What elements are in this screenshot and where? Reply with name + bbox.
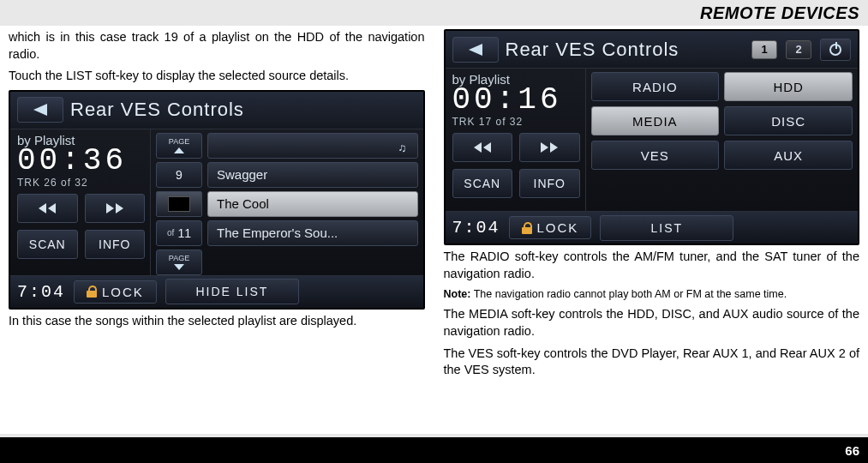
list-row-3: The Cool (156, 191, 418, 217)
hide-list-button[interactable]: HIDE LIST (165, 279, 299, 304)
screenshot-left: Rear VES Controls by Playlist 00:36 TRK … (9, 90, 425, 310)
screenshot-right: Rear VES Controls 1 2 by Playlist 00:16 … (444, 29, 860, 245)
album-art-thumb (156, 191, 202, 217)
forward-button[interactable] (85, 194, 146, 223)
title-icons: 1 2 (751, 39, 851, 61)
lock-label: LOCK (102, 285, 144, 299)
arrow-left-icon (469, 44, 482, 56)
lock-button[interactable]: LOCK (74, 280, 157, 304)
rewind-button[interactable] (17, 194, 78, 223)
list-item[interactable]: The Emperor's Sou... (207, 220, 418, 246)
right-para-1: The RADIO soft-key controls the AM/FM tu… (444, 249, 860, 282)
section-title: REMOTE DEVICES (700, 3, 859, 23)
right-para-3: The VES soft-key controls the DVD Player… (444, 346, 860, 379)
zone-2-button[interactable]: 2 (786, 40, 811, 59)
note-line: Note: The navigation radio cannot play b… (444, 287, 860, 301)
left-para-1: which is in this case track 19 of a play… (9, 29, 425, 63)
track-counter: TRK 17 of 32 (452, 116, 580, 128)
hdd-button[interactable]: HDD (724, 72, 853, 101)
titlebar: Rear VES Controls (10, 92, 423, 129)
bottom-bar: 7:04 LOCK LIST (446, 211, 859, 244)
scan-button[interactable]: SCAN (452, 169, 513, 198)
clock: 7:04 (17, 282, 65, 302)
list-index-of: of11 (156, 220, 202, 246)
list-row-5: PAGE (156, 250, 418, 275)
chevron-up-icon (174, 147, 184, 153)
list-button[interactable]: LIST (600, 215, 733, 241)
screen-title: Rear VES Controls (70, 99, 416, 121)
disc-button[interactable]: DISC (724, 106, 853, 135)
power-icon (829, 44, 841, 56)
zone-1-button[interactable]: 1 (751, 40, 777, 59)
media-button[interactable]: MEDIA (591, 106, 720, 135)
page-label: PAGE (169, 137, 189, 146)
source-menu: RADIO HDD MEDIA DISC VES AUX (586, 69, 859, 211)
rewind-button[interactable] (452, 133, 513, 162)
page-number: 66 (845, 443, 859, 458)
power-button[interactable] (820, 39, 851, 61)
note-label: Note: (444, 288, 471, 300)
left-column: which is in this case track 19 of a play… (9, 29, 425, 434)
page: REMOTE DEVICES which is in this case tra… (0, 0, 868, 463)
content-area: which is in this case track 19 of a play… (0, 26, 868, 434)
back-button[interactable] (452, 37, 499, 63)
forward-button[interactable] (519, 133, 580, 162)
transport-row (17, 194, 145, 223)
lock-label: LOCK (537, 220, 579, 235)
note-text: The navigation radio cannot play both AM… (470, 288, 787, 300)
list-row-4: of11 The Emperor's Sou... (156, 220, 418, 246)
page-up-button[interactable]: PAGE (156, 133, 202, 159)
clock: 7:04 (452, 218, 500, 238)
bottom-bar: 7:04 LOCK HIDE LIST (10, 275, 423, 308)
chevron-down-icon (174, 264, 184, 270)
rewind-icon (474, 142, 491, 153)
elapsed-time: 00:16 (452, 85, 580, 116)
track-counter: TRK 26 of 32 (17, 177, 145, 189)
transport-row (452, 133, 580, 162)
list-item[interactable]: Swagger (207, 162, 418, 188)
lock-icon (522, 222, 532, 234)
info-button[interactable]: INFO (85, 230, 146, 259)
screen-body: by Playlist 00:16 TRK 17 of 32 SCAN INFO (446, 69, 859, 211)
forward-icon (106, 203, 123, 213)
elapsed-time: 00:36 (17, 146, 145, 177)
list-item-selected[interactable]: The Cool (207, 191, 418, 217)
control-row: SCAN INFO (17, 230, 145, 259)
page-down-button[interactable]: PAGE (156, 250, 202, 275)
radio-button[interactable]: RADIO (591, 72, 720, 101)
right-column: Rear VES Controls 1 2 by Playlist 00:16 … (444, 29, 860, 434)
arrow-left-icon (33, 104, 47, 116)
list-pane: PAGE 9 Swagger The Cool of11 (151, 129, 423, 275)
now-playing-pane: by Playlist 00:16 TRK 17 of 32 SCAN INFO (446, 69, 586, 211)
back-button[interactable] (17, 97, 63, 123)
control-row: SCAN INFO (452, 169, 580, 198)
info-button[interactable]: INFO (519, 169, 580, 198)
list-header-cell[interactable] (207, 133, 418, 159)
ves-button[interactable]: VES (591, 141, 720, 170)
rewind-icon (39, 203, 56, 213)
titlebar: Rear VES Controls 1 2 (446, 31, 859, 69)
right-para-2: The MEDIA soft-key controls the HDD, DIS… (444, 306, 860, 340)
now-playing-pane: by Playlist 00:36 TRK 26 of 32 SCAN INFO (10, 129, 151, 275)
footer-bar: 66 (0, 437, 868, 463)
list-index-bottom: 11 (177, 226, 191, 240)
of-label: of (167, 228, 174, 238)
lock-icon (87, 286, 97, 298)
left-para-3: In this case the songs within the select… (9, 313, 425, 330)
lock-button[interactable]: LOCK (509, 216, 592, 239)
forward-icon (541, 142, 558, 153)
page-label: PAGE (169, 254, 189, 262)
header-bar: REMOTE DEVICES (0, 0, 868, 26)
music-note-icon (398, 140, 409, 152)
list-index-top: 9 (156, 162, 202, 188)
aux-button[interactable]: AUX (724, 141, 853, 170)
left-para-2: Touch the LIST soft-key to display the s… (9, 68, 425, 85)
screen-title: Rear VES Controls (506, 39, 745, 61)
list-row-2: 9 Swagger (156, 162, 418, 188)
screen-body: by Playlist 00:36 TRK 26 of 32 SCAN INFO (10, 129, 423, 275)
scan-button[interactable]: SCAN (17, 230, 78, 259)
list-row-1: PAGE (156, 133, 418, 159)
